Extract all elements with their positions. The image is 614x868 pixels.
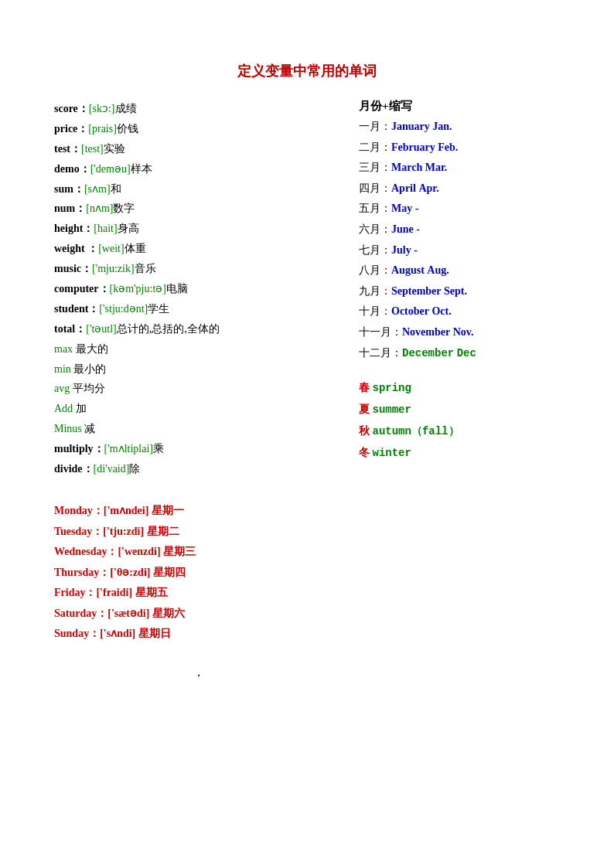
bottom-dot: · <box>54 668 343 684</box>
vocab-item: max 最大的 <box>54 339 343 359</box>
month-cn: 五月： <box>359 203 391 214</box>
vocab-word: weight ： <box>54 243 98 254</box>
left-column: score：[skɔ:]成绩price：[prais]价钱test：[test]… <box>54 99 343 684</box>
main-content: score：[skɔ:]成绩price：[prais]价钱test：[test]… <box>54 99 560 684</box>
vocab-phonetic: [skɔ:] <box>89 103 115 114</box>
vocab-phonetic: [prais] <box>88 123 117 134</box>
vocab-word: height： <box>54 223 94 234</box>
month-item: 九月：September Sept. <box>359 281 560 302</box>
season-item: 冬 winter <box>359 442 560 464</box>
vocab-meaning: 成绩 <box>115 103 137 114</box>
vocab-item: total：['təutl]总计的,总括的,全体的 <box>54 319 343 339</box>
page-title: 定义变量中常用的单词 <box>54 62 560 80</box>
month-abbr: Jan. <box>432 121 452 132</box>
month-full: February <box>391 141 435 153</box>
vocab-item: divide：[di'vaid]除 <box>54 459 343 479</box>
vocab-word: demo： <box>54 163 90 175</box>
season-en: summer <box>373 403 411 416</box>
vocab-meaning: 乘 <box>153 443 164 454</box>
season-cn: 冬 <box>359 447 370 458</box>
vocab-phonetic: ['stju:dənt] <box>99 303 148 315</box>
vocab-meaning: 价钱 <box>117 123 138 134</box>
season-item: 夏 summer <box>359 399 560 420</box>
month-full: September <box>391 285 442 297</box>
vocab-meaning: 平均分 <box>73 383 105 394</box>
vocab-item: computer：[kəm'pju:tə]电脑 <box>54 279 343 299</box>
month-item: 十月：October Oct. <box>359 301 560 322</box>
month-abbr: Oct. <box>432 305 451 317</box>
day-item: Thursday：['θə:zdi] 星期四 <box>54 563 343 584</box>
vocab-meaning: 除 <box>129 463 140 475</box>
day-item: Friday：['fraidi] 星期五 <box>54 583 343 604</box>
month-abbr: Nov. <box>453 326 474 338</box>
month-abbr: Mar. <box>425 162 448 173</box>
vocab-word: total： <box>54 323 86 335</box>
vocab-meaning: 最大的 <box>76 343 108 355</box>
season-item: 秋 autumn（fall） <box>359 420 560 442</box>
vocab-item: weight ：[weit]体重 <box>54 239 343 259</box>
month-cn: 一月： <box>359 121 391 132</box>
vocab-meaning: 学生 <box>148 303 169 315</box>
page: 定义变量中常用的单词 score：[skɔ:]成绩price：[prais]价钱… <box>0 15 614 715</box>
month-cn: 八月： <box>359 264 391 276</box>
vocab-word-only: avg <box>54 383 70 394</box>
month-item: 八月：August Aug. <box>359 260 560 281</box>
day-item: Monday：['mʌndei] 星期一 <box>54 501 343 522</box>
vocab-phonetic: [nʌm] <box>86 203 113 214</box>
vocab-item: sum：[sʌm]和 <box>54 179 343 199</box>
vocab-meaning: 减 <box>84 423 95 434</box>
month-abbr: Dec <box>457 347 476 359</box>
months-list: 一月：January Jan.二月：February Feb.三月：March … <box>359 117 560 363</box>
season-cn: 春 <box>359 382 370 393</box>
month-cn: 十月： <box>359 305 391 317</box>
vocab-word: sum： <box>54 183 84 195</box>
vocab-phonetic: ['deməu] <box>90 163 131 175</box>
month-full: October <box>391 305 429 317</box>
vocab-item: avg 平均分 <box>54 379 343 399</box>
season-cn: 秋 <box>359 425 370 437</box>
vocab-item: demo：['deməu]样本 <box>54 159 343 179</box>
vocab-meaning: 最小的 <box>73 363 106 375</box>
month-abbr: Feb. <box>438 141 458 153</box>
vocab-meaning: 电脑 <box>166 283 188 294</box>
vocab-phonetic: ['mju:zik] <box>92 263 135 274</box>
vocab-list: score：[skɔ:]成绩price：[prais]价钱test：[test]… <box>54 99 343 479</box>
vocab-word-only: Minus <box>54 423 82 434</box>
vocab-word-only: Add <box>54 403 73 414</box>
month-full: November <box>402 326 450 338</box>
vocab-word-only: max <box>54 343 73 355</box>
month-item: 十二月：December Dec <box>359 343 560 364</box>
vocab-item: price：[prais]价钱 <box>54 119 343 139</box>
vocab-word: multiply： <box>54 443 104 454</box>
vocab-item: Minus 减 <box>54 419 343 439</box>
vocab-phonetic: [di'vaid] <box>94 463 130 475</box>
vocab-item: min 最小的 <box>54 359 343 380</box>
vocab-phonetic: [kəm'pju:tə] <box>110 283 166 294</box>
days-list: Monday：['mʌndei] 星期一Tuesday：['tju:zdi] 星… <box>54 501 343 645</box>
vocab-word: student： <box>54 303 99 315</box>
vocab-phonetic: [sʌm] <box>84 183 111 195</box>
month-cn: 十一月： <box>359 326 402 338</box>
vocab-word: divide： <box>54 463 94 475</box>
vocab-item: score：[skɔ:]成绩 <box>54 99 343 119</box>
vocab-item: multiply：['mʌltiplai]乘 <box>54 439 343 459</box>
month-abbr: Aug. <box>427 264 449 276</box>
month-item: 五月：May - <box>359 199 560 220</box>
vocab-word: test： <box>54 143 81 155</box>
month-item: 一月：January Jan. <box>359 117 560 138</box>
vocab-meaning: 身高 <box>118 223 139 234</box>
vocab-word: num： <box>54 203 86 214</box>
vocab-phonetic: [hait] <box>94 223 117 234</box>
month-item: 三月：March Mar. <box>359 158 560 179</box>
month-full: May - <box>391 203 418 214</box>
vocab-meaning: 样本 <box>131 163 152 175</box>
month-item: 六月：June - <box>359 220 560 240</box>
month-cn: 十二月： <box>359 347 402 359</box>
month-cn: 七月： <box>359 244 391 256</box>
month-full: April <box>391 182 416 194</box>
vocab-phonetic: [weit] <box>98 243 124 254</box>
vocab-phonetic: ['təutl] <box>86 323 117 335</box>
day-item: Tuesday：['tju:zdi] 星期二 <box>54 522 343 543</box>
vocab-word: score： <box>54 103 89 114</box>
month-item: 七月：July - <box>359 240 560 261</box>
